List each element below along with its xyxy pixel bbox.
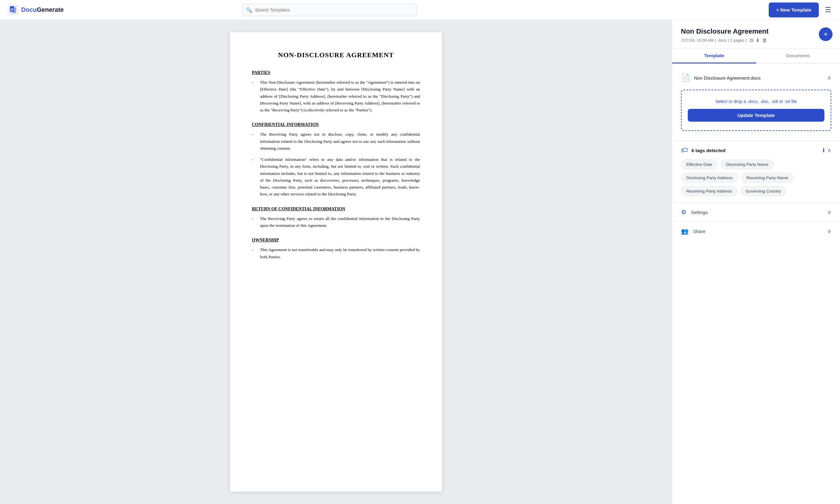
tab-documents[interactable]: Documents	[756, 49, 840, 64]
settings-left: ⚙ Settings	[681, 209, 708, 216]
menu-icon[interactable]: ☰	[824, 5, 833, 15]
tags-count: 6 tags detected	[692, 148, 725, 153]
ownership-text: This Agreement is not transferable and m…	[260, 247, 420, 260]
file-row: 📄 Non Disclosure Agreement.docx ∧	[681, 70, 831, 86]
tags-section: 🏷 6 tags detected ℹ ∧ Effective DateDisc…	[672, 141, 840, 202]
file-info: 📄 Non Disclosure Agreement.docx	[681, 73, 760, 82]
return-bullet-1: - The Receiving Party agrees to return a…	[252, 215, 420, 229]
logo-icon	[7, 4, 19, 16]
parties-text: This Non-Disclosure Agreement (hereinaft…	[260, 79, 420, 113]
panel-header: Non Disclosure Agreement 7/27/24, 10:00 …	[672, 20, 840, 49]
share-icon: 👥	[681, 228, 689, 235]
tags-chevron-icon[interactable]: ∧	[827, 147, 831, 154]
drop-zone-text: Select or drop a .docx, .doc, .odt or .t…	[688, 99, 824, 104]
copy-icon[interactable]: ⧉	[750, 38, 753, 43]
doc-preview: NON-DISCLOSURE AGREEMENT PARTIES - This …	[0, 20, 672, 504]
tags-left: 🏷 6 tags detected	[681, 146, 725, 154]
file-icon: 📄	[681, 73, 690, 82]
bullet-dash: -	[252, 79, 256, 113]
share-row[interactable]: 👥 Share ∨	[672, 221, 840, 240]
search-input[interactable]	[242, 4, 417, 16]
confidential-text-2: "Confidential information" refers to any…	[260, 156, 420, 198]
confidential-heading: CONFIDENTIAL INFORMATION	[252, 122, 420, 127]
tags-header: 🏷 6 tags detected ℹ ∧	[672, 141, 840, 159]
header-right: + New Template ☰	[769, 2, 833, 17]
ownership-bullet-1: - This Agreement is not transferable and…	[252, 247, 420, 260]
file-chevron-icon[interactable]: ∧	[827, 74, 831, 81]
svg-rect-3	[11, 9, 13, 9]
header: DocuGenerate 🔍 + New Template ☰	[0, 0, 840, 20]
logo-text: DocuGenerate	[21, 6, 64, 13]
right-panel: Non Disclosure Agreement 7/27/24, 10:00 …	[672, 20, 840, 504]
tag-icon: 🏷	[681, 146, 688, 154]
drop-zone[interactable]: Select or drop a .docx, .doc, .odt or .t…	[681, 90, 831, 131]
info-icon[interactable]: ℹ	[823, 147, 825, 154]
search-icon: 🔍	[246, 7, 252, 13]
file-section: 📄 Non Disclosure Agreement.docx ∧ Select…	[672, 64, 840, 141]
confidential-bullet-1: - The Receiving Party agrees not to disc…	[252, 131, 420, 152]
share-label: Share	[693, 229, 705, 234]
svg-rect-2	[12, 7, 16, 13]
file-name: Non Disclosure Agreement.docx	[694, 75, 760, 80]
confidential-bullet-2: - "Confidential information" refers to a…	[252, 156, 420, 198]
doc-section-confidential: CONFIDENTIAL INFORMATION - The Receiving…	[252, 122, 420, 198]
tags-grid: Effective DateDisclosing Party NameDiscl…	[672, 159, 840, 202]
parties-heading: PARTIES	[252, 70, 420, 75]
doc-paper: NON-DISCLOSURE AGREEMENT PARTIES - This …	[230, 32, 442, 491]
panel-meta: 7/27/24, 10:00 AM | .docx | 2 pages | ⧉ …	[681, 37, 831, 43]
svg-rect-4	[11, 10, 13, 11]
confidential-text-1: The Receiving Party agrees not to disclo…	[260, 131, 420, 152]
settings-chevron-icon[interactable]: ∨	[827, 209, 831, 216]
share-chevron-icon[interactable]: ∨	[827, 228, 831, 235]
doc-section-return: RETURN OF CONFIDENTIAL INFORMATION - The…	[252, 206, 420, 229]
share-left: 👥 Share	[681, 228, 705, 235]
new-template-button[interactable]: + New Template	[769, 2, 819, 17]
main-layout: NON-DISCLOSURE AGREEMENT PARTIES - This …	[0, 20, 840, 504]
tag-chip: Governing Country	[740, 186, 786, 196]
tag-chip: Effective Date	[681, 159, 718, 169]
panel-title: Non Disclosure Agreement	[681, 28, 831, 35]
tag-chip: Receiving Party Address	[681, 186, 737, 196]
bullet-dash: -	[252, 156, 256, 198]
return-text: The Receiving Party agrees to return all…	[260, 215, 420, 229]
panel-tabs: Template Documents	[672, 49, 840, 64]
panel-meta-icons: ⧉ ⬇ 🗑	[750, 37, 767, 43]
doc-section-parties: PARTIES - This Non-Disclosure Agreement …	[252, 70, 420, 113]
logo-area: DocuGenerate	[7, 4, 64, 16]
search-bar: 🔍	[242, 4, 417, 16]
tag-chip: Disclosing Party Address	[681, 173, 738, 183]
download-icon[interactable]: ⬇	[756, 37, 760, 43]
tags-right: ℹ ∧	[823, 147, 831, 154]
bullet-dash: -	[252, 131, 256, 152]
tag-chip: Receiving Party Name	[741, 173, 793, 183]
ownership-heading: OWNERSHIP	[252, 238, 420, 243]
tag-chip: Disclosing Party Name	[721, 159, 774, 169]
parties-bullet-1: - This Non-Disclosure Agreement (hereina…	[252, 79, 420, 113]
return-heading: RETURN OF CONFIDENTIAL INFORMATION	[252, 206, 420, 212]
settings-label: Settings	[691, 210, 708, 215]
bullet-dash: -	[252, 247, 256, 260]
add-document-button[interactable]: +	[819, 28, 833, 41]
settings-row[interactable]: ⚙ Settings ∨	[672, 202, 840, 221]
bullet-dash: -	[252, 215, 256, 229]
panel-meta-text: 7/27/24, 10:00 AM | .docx | 2 pages |	[681, 38, 747, 42]
tab-template[interactable]: Template	[672, 49, 756, 64]
doc-title: NON-DISCLOSURE AGREEMENT	[252, 51, 420, 59]
doc-section-ownership: OWNERSHIP - This Agreement is not transf…	[252, 238, 420, 260]
settings-icon: ⚙	[681, 209, 686, 216]
update-template-button[interactable]: Update Template	[688, 109, 824, 122]
delete-icon[interactable]: 🗑	[762, 38, 767, 43]
